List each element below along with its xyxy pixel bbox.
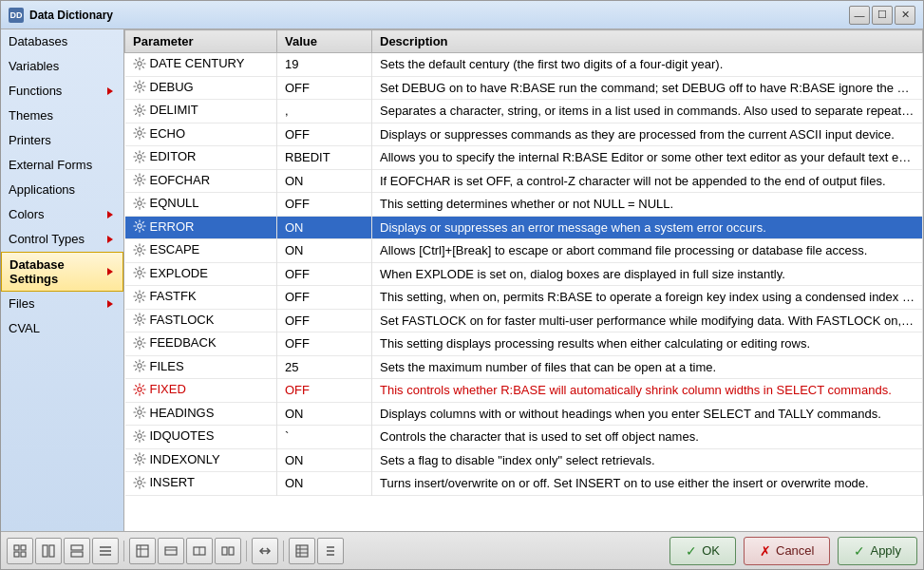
sidebar-item-variables[interactable]: Variables	[1, 54, 123, 79]
table-row[interactable]: DATE CENTURY19Sets the default century (…	[125, 53, 923, 77]
param-icon: FILES	[133, 359, 184, 373]
cell-value: ON	[277, 448, 372, 472]
param-icon: FASTFK	[133, 289, 197, 303]
table-row[interactable]: HEADINGSONDisplays columns with or witho…	[125, 402, 923, 426]
param-icon: DELIMIT	[133, 103, 198, 117]
param-icon: DATE CENTURY	[133, 56, 245, 70]
apply-button[interactable]: ✓ Apply	[838, 537, 917, 565]
table-row[interactable]: INSERTONTurns insert/overwrite on or off…	[125, 472, 923, 496]
svg-point-0	[137, 61, 141, 65]
sidebar-item-colors[interactable]: Colors	[1, 202, 123, 227]
table-row[interactable]: FASTLOCKOFFSet FASTLOCK on for faster mu…	[125, 309, 923, 332]
svg-point-13	[137, 364, 141, 368]
param-icon: ECHO	[133, 126, 186, 141]
grid4-button[interactable]	[7, 538, 33, 564]
cell-desc: This setting determines whether or not N…	[372, 193, 923, 217]
close-button[interactable]: ✕	[895, 6, 915, 25]
svg-rect-22	[21, 552, 26, 557]
sidebar-item-control-types[interactable]: Control Types	[1, 227, 123, 252]
table-row[interactable]: FASTFKOFFThis setting, when on, permits …	[125, 286, 923, 310]
cell-value: ON	[277, 216, 372, 239]
arrow-lr-button[interactable]	[252, 538, 278, 564]
list-button[interactable]	[92, 538, 119, 564]
sidebar-item-external-forms[interactable]: External Forms	[1, 153, 123, 178]
cell-value: ON	[277, 239, 372, 263]
minimize-button[interactable]: —	[849, 6, 870, 25]
svg-point-5	[137, 178, 141, 181]
cell-desc: Controls the character that is used to s…	[372, 426, 923, 449]
svg-point-9	[137, 271, 141, 275]
param-icon: FASTLOCK	[133, 313, 215, 327]
ok-button[interactable]: ✓ OK	[669, 537, 736, 565]
table-row[interactable]: INDEXONLYONSets a flag to disable "index…	[125, 448, 923, 472]
table-row[interactable]: DELIMIT,Separates a character, string, o…	[125, 100, 923, 124]
sidebar-item-themes[interactable]: Themes	[1, 104, 123, 128]
cell-value: RBEDIT	[277, 146, 372, 170]
table-row[interactable]: ECHOOFFDisplays or suppresses commands a…	[125, 123, 923, 146]
arrow-icon	[104, 86, 116, 97]
apply-checkmark-icon: ✓	[854, 543, 865, 559]
cell-value: OFF	[277, 379, 372, 403]
svg-rect-20	[21, 545, 26, 550]
table-row[interactable]: EQNULLOFFThis setting determines whether…	[125, 193, 923, 217]
cell-desc: If EOFCHAR is set OFF, a control-Z chara…	[372, 169, 923, 193]
table-row[interactable]: FEEDBACKOFFThis setting displays process…	[125, 332, 923, 356]
param-icon: INSERT	[133, 475, 195, 489]
table2-button[interactable]	[289, 538, 315, 564]
table-row[interactable]: IDQUOTES`Controls the character that is …	[125, 426, 923, 449]
sidebar-item-files[interactable]: Files	[1, 292, 123, 316]
cell-desc: Separates a character, string, or items …	[372, 100, 923, 124]
param-icon: ESCAPE	[133, 242, 200, 256]
arrow-icon	[104, 298, 116, 310]
window-controls: — ☐ ✕	[849, 6, 915, 25]
sidebar-item-printers[interactable]: Printers	[1, 128, 123, 153]
sidebar-item-database-settings[interactable]: Database Settings	[1, 252, 123, 292]
svg-point-10	[137, 294, 141, 297]
cancel-button[interactable]: ✗ Cancel	[744, 537, 830, 565]
table-row[interactable]: FIXEDOFFThis controls whether R:BASE wil…	[125, 379, 923, 403]
window-v-button[interactable]	[186, 538, 213, 564]
svg-rect-19	[14, 545, 19, 550]
cell-value: OFF	[277, 262, 372, 286]
app-icon: DD	[9, 8, 24, 23]
svg-point-15	[137, 410, 141, 414]
cell-desc: This controls whether R:BASE will automa…	[372, 379, 923, 403]
sidebar-item-functions[interactable]: Functions	[1, 79, 123, 104]
param-icon: EDITOR	[133, 149, 197, 163]
table-row[interactable]: EOFCHARONIf EOFCHAR is set OFF, a contro…	[125, 169, 923, 193]
arrow-icon	[104, 234, 116, 245]
svg-rect-25	[71, 545, 83, 550]
maximize-button[interactable]: ☐	[872, 6, 893, 25]
svg-rect-30	[137, 545, 148, 557]
cancel-x-icon: ✗	[760, 543, 771, 559]
table-row[interactable]: ESCAPEONAllows [Ctrl]+[Break] to escape …	[125, 239, 923, 263]
window-h-button[interactable]	[158, 538, 184, 564]
sidebar-item-applications[interactable]: Applications	[1, 178, 123, 202]
grid2v-button[interactable]	[64, 538, 90, 564]
sidebar-item-cval[interactable]: CVAL	[1, 316, 123, 341]
table-button[interactable]	[129, 538, 156, 564]
title-bar: DD Data Dictionary — ☐ ✕	[1, 1, 923, 29]
cell-value: `	[277, 426, 372, 449]
ok-checkmark-icon: ✓	[686, 543, 697, 559]
param-icon: ERROR	[133, 219, 195, 234]
ok-label: OK	[702, 543, 720, 558]
cell-desc: Sets the maximum number of files that ca…	[372, 355, 923, 379]
table-container[interactable]: Parameter Value Description DATE CENTURY…	[124, 29, 923, 531]
table-row[interactable]: FILES25Sets the maximum number of files …	[125, 355, 923, 379]
lines-button[interactable]	[317, 538, 344, 564]
cell-desc: Set DEBUG on to have R:BASE run the comm…	[372, 76, 923, 100]
pane-split-button[interactable]	[215, 538, 241, 564]
svg-rect-23	[43, 545, 47, 557]
table-row[interactable]: ERRORONDisplays or suppresses an error m…	[125, 216, 923, 239]
table-row[interactable]: DEBUGOFFSet DEBUG on to have R:BASE run …	[125, 76, 923, 100]
cell-value: 25	[277, 355, 372, 379]
cell-desc: Displays columns with or without heading…	[372, 402, 923, 426]
table-row[interactable]: EDITORRBEDITAllows you to specify the in…	[125, 146, 923, 170]
cell-desc: This setting displays processing results…	[372, 332, 923, 356]
arrow-icon	[104, 209, 116, 220]
grid2h-button[interactable]	[35, 538, 62, 564]
sidebar-item-databases[interactable]: Databases	[1, 29, 123, 54]
param-icon: IDQUOTES	[133, 428, 215, 443]
table-row[interactable]: EXPLODEOFFWhen EXPLODE is set on, dialog…	[125, 262, 923, 286]
